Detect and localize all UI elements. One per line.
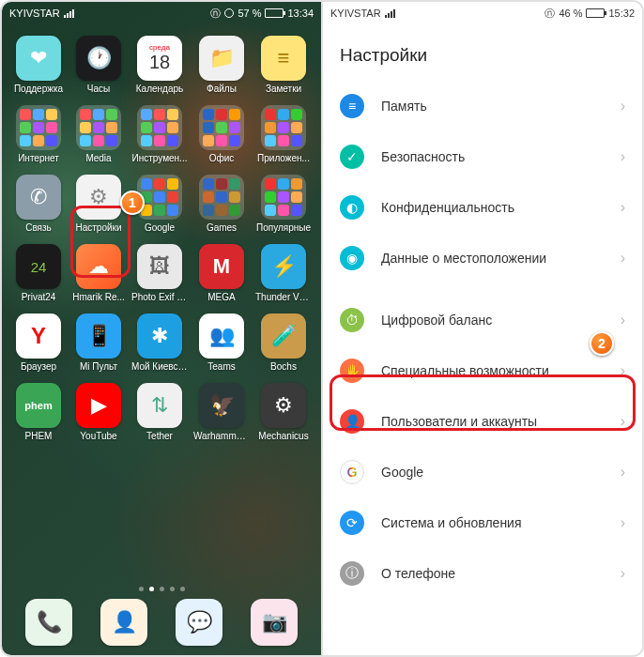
page-title: Настройки [323,24,642,81]
app-media[interactable]: Media [71,105,126,163]
folder-icon [76,105,121,150]
app-офис[interactable]: Офис [193,105,250,163]
app-label: Настройки [75,222,121,233]
app-label: Браузер [21,361,56,372]
app-tile-icon: ✆ [16,175,61,220]
app-label: Hmarik Re... [72,292,125,302]
location-icon: ◉ [340,246,364,270]
dock-camera[interactable]: 📷 [251,599,298,646]
settings-item-label: Данные о местоположении [381,251,604,266]
app-tile-icon: ✱ [137,313,182,359]
app-tile-icon: 🕐 [76,36,121,81]
app-label: Mi Пульт [80,361,117,372]
app-label: Warhammer... [193,431,250,441]
app-интернет[interactable]: Интернет [11,105,66,163]
app-grid: ❤Поддержка🕐Часысреда18Календарь📁Файлы≡За… [2,24,321,441]
app-часы[interactable]: 🕐Часы [71,36,126,94]
app-label: Thunder VPN [255,292,312,302]
app-label: Privat24 [22,292,56,302]
nfc-icon: ⓝ [544,7,555,21]
settings-item-storage[interactable]: ≡Память› [323,81,642,131]
app-tile-icon: 24 [16,244,61,289]
settings-item-label: Цифровой баланс [381,313,604,328]
app-bochs[interactable]: 🧪Bochs [255,313,312,372]
dock-contacts[interactable]: 👤 [100,599,147,646]
app-mechanicus[interactable]: ⚙Mechanicus [255,383,312,441]
settings-screen: KYIVSTAR ⓝ 46 % 15:32 Настройки ≡Память›… [323,2,642,655]
app-games[interactable]: Games [193,175,250,233]
app-thundervpn[interactable]: ⚡Thunder VPN [255,244,312,302]
settings-item-label: Безопасность [381,149,604,164]
app-мойкиевст[interactable]: ✱Мой Киевст... [131,313,188,372]
app-phem[interactable]: phemPHEM [11,383,66,441]
dock-phone[interactable]: 📞 [25,599,72,646]
battery-percent: 57 % [238,8,261,19]
app-tile-icon: 🖼 [137,244,182,289]
app-label: Games [207,222,237,233]
app-tile-icon: 👥 [199,313,244,359]
clock-label: 13:34 [287,8,314,19]
app-label: Tether [146,431,173,441]
settings-item-system[interactable]: ⟳Система и обновления› [323,497,642,548]
chevron-right-icon: › [621,514,625,531]
settings-item-accessibility[interactable]: ✋Специальные возможности› [323,345,642,396]
app-поддержка[interactable]: ❤Поддержка [11,36,66,94]
folder-icon [137,105,182,150]
app-google[interactable]: Google [131,175,188,233]
app-label: Поддержка [14,84,63,94]
battery-icon [265,8,284,18]
chevron-right-icon: › [621,312,625,328]
app-связь[interactable]: ✆Связь [11,175,66,233]
app-календарь[interactable]: среда18Календарь [131,36,188,94]
settings-item-location[interactable]: ◉Данные о местоположении› [323,233,642,283]
app-настройки[interactable]: ⚙Настройки [71,175,126,233]
about-icon: ⓘ [340,561,364,586]
balance-icon: ⏱ [340,308,364,332]
settings-item-about[interactable]: ⓘО телефоне› [323,548,642,599]
app-mega[interactable]: MMEGA [193,244,250,302]
app-заметки[interactable]: ≡Заметки [255,36,312,94]
app-tether[interactable]: ⇅Tether [131,383,188,441]
app-label: Мой Киевст... [131,361,188,372]
app-privat24[interactable]: 24Privat24 [11,244,66,302]
carrier-label: KYIVSTAR [330,8,381,19]
settings-item-balance[interactable]: ⏱Цифровой баланс› [323,295,642,345]
app-tile-icon: ☁ [76,244,121,289]
app-label: Заметки [266,84,301,94]
app-tile-icon: phem [16,383,61,428]
folder-icon [16,105,61,150]
status-bar-right: KYIVSTAR ⓝ 46 % 15:32 [323,2,642,24]
app-файлы[interactable]: 📁Файлы [193,36,250,94]
app-браузер[interactable]: YБраузер [11,313,66,372]
dock-messages[interactable]: 💬 [176,599,222,646]
app-label: YouTube [80,431,116,441]
app-warhammer[interactable]: 🦅Warhammer... [193,383,250,441]
app-tile-icon: M [199,244,244,289]
settings-item-google[interactable]: GGoogle› [323,447,642,497]
settings-item-shield[interactable]: ✓Безопасность› [323,131,642,182]
settings-item-label: Система и обновления [381,515,604,530]
settings-item-privacy[interactable]: ◐Конфиденциальность› [323,182,642,233]
app-miпульт[interactable]: 📱Mi Пульт [71,313,126,372]
app-инструмен[interactable]: Инструмен... [131,105,188,163]
app-tile-icon: ⚙ [76,175,121,220]
app-teams[interactable]: 👥Teams [193,313,250,372]
app-label: Teams [207,361,235,372]
app-youtube[interactable]: ▶YouTube [71,383,126,441]
app-tile-icon: 🦅 [199,383,244,428]
app-tile-icon: 📱 [76,313,121,359]
app-hmarikre[interactable]: ☁Hmarik Re... [71,244,126,302]
app-label: Media [85,153,111,163]
app-label: Инструмен... [132,153,188,163]
shield-icon: ✓ [340,145,364,169]
settings-item-users[interactable]: 👤Пользователи и аккаунты› [323,396,642,447]
app-приложен[interactable]: Приложен... [255,105,312,163]
app-популярные[interactable]: Популярные [255,175,312,233]
app-tile-icon: ❤ [16,36,61,81]
app-photoexife[interactable]: 🖼Photo Exif E... [131,244,188,302]
app-label: Photo Exif E... [131,292,188,302]
app-tile-icon: ⚡ [261,244,306,289]
app-tile-icon: ▶ [76,383,121,428]
app-tile-icon: ⇅ [137,383,182,428]
app-tile-icon: 📁 [199,36,244,81]
